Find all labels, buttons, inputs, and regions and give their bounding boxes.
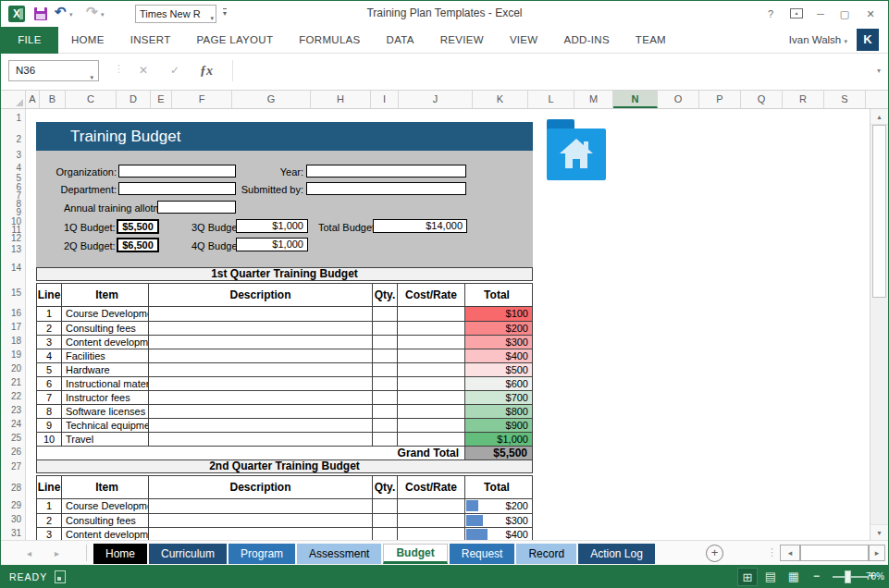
horizontal-scroll-thumb[interactable] [800,545,869,561]
cell-total[interactable]: $500 [464,363,532,376]
ribbon-tab-insert[interactable]: INSERT [117,27,184,54]
sheet-tab-assessment[interactable]: Assessment [297,544,381,564]
ribbon-tab-data[interactable]: DATA [374,27,427,54]
year-input[interactable] [306,165,466,178]
cell-qty[interactable] [372,377,397,390]
cell-cost-rate[interactable] [397,336,464,349]
row-header-4[interactable]: 4 [16,163,21,173]
cell-description[interactable] [148,336,372,349]
cell-total[interactable]: $1,000 [464,433,532,446]
q4-budget-input[interactable]: $1,000 [236,238,308,251]
cell-item[interactable]: Consulting fees [61,322,148,335]
close-button[interactable]: ✕ [860,6,881,21]
ribbon-display-options-icon[interactable]: ▴ [790,8,803,18]
row-header-24[interactable]: 24 [11,419,21,429]
view-page-layout-icon[interactable]: ▤ [760,568,781,586]
tab-nav-left-icon[interactable]: ◂ [27,548,31,558]
cell-cost-rate[interactable] [397,433,464,446]
cell-line[interactable]: 2 [37,514,61,527]
column-header-c[interactable]: C [66,91,117,108]
cell-description[interactable] [148,363,372,376]
column-header-j[interactable]: J [399,91,473,108]
formula-input[interactable] [232,60,862,81]
row-header-22[interactable]: 22 [11,391,21,401]
cell-qty[interactable] [372,433,397,446]
row-header-19[interactable]: 19 [11,349,21,360]
cell-line[interactable]: 1 [37,307,61,321]
cell-description[interactable] [148,405,372,418]
row-header-13[interactable]: 13 [11,244,21,254]
ribbon-tab-review[interactable]: REVIEW [427,27,497,54]
column-header-p[interactable]: P [699,91,741,108]
cell-cost-rate[interactable] [397,377,464,390]
row-header-20[interactable]: 20 [11,363,21,374]
cell-item[interactable]: Consulting fees [61,514,148,527]
hscroll-left-icon[interactable]: ◂ [780,545,800,561]
cell-line[interactable]: 7 [37,391,61,404]
cell-qty[interactable] [372,499,397,513]
row-header-31[interactable]: 31 [11,528,21,538]
cell-qty[interactable] [372,391,397,404]
row-header-21[interactable]: 21 [11,377,21,387]
cell-item[interactable]: Facilities [61,349,148,362]
submitted-by-input[interactable] [306,182,466,195]
cell-cost-rate[interactable] [397,514,464,527]
cell-qty[interactable] [372,419,397,432]
cell-qty[interactable] [372,514,397,527]
ribbon-tab-file[interactable]: FILE [1,27,58,54]
font-name-combo[interactable]: Times New R ▾ [135,5,216,23]
cell-qty[interactable] [372,363,397,376]
row-header-18[interactable]: 18 [11,336,21,346]
save-icon[interactable] [34,7,47,20]
avatar[interactable]: K [857,29,879,51]
cell-item[interactable]: Course Development [61,307,148,321]
ribbon-tab-page-layout[interactable]: PAGE LAYOUT [183,27,286,54]
column-header-s[interactable]: S [824,91,866,108]
name-box-arrow-icon[interactable]: ▾ [90,67,93,87]
cell-total[interactable]: $300 [464,336,532,349]
column-header-f[interactable]: F [172,91,232,108]
cell-qty[interactable] [372,336,397,349]
cell-description[interactable] [148,499,372,513]
row-header-28[interactable]: 28 [11,483,21,493]
sheet-tab-action-log[interactable]: Action Log [578,544,655,564]
zoom-out-icon[interactable]: − [813,570,820,582]
row-header-17[interactable]: 17 [11,322,21,332]
row-header-12[interactable]: 12 [11,233,21,243]
cell-cost-rate[interactable] [397,499,464,513]
column-header-m[interactable]: M [574,91,613,108]
cell-description[interactable] [148,391,372,404]
scroll-down-icon[interactable]: ▼ [870,524,888,540]
cell-cost-rate[interactable] [397,405,464,418]
cell-line[interactable]: 8 [37,405,61,418]
vertical-scrollbar[interactable]: ▲ ▼ [870,109,888,540]
cell-cost-rate[interactable] [397,528,464,540]
cell-description[interactable] [148,349,372,362]
cell-line[interactable]: 5 [37,363,61,376]
add-sheet-button[interactable]: + [706,545,723,562]
row-header-1[interactable]: 1 [16,113,21,123]
row-header-23[interactable]: 23 [11,405,21,415]
cell-description[interactable] [148,377,372,390]
cell-total[interactable]: $800 [464,405,532,418]
cell-total[interactable]: $100 [464,307,532,321]
cancel-icon[interactable]: ✕ [130,60,156,81]
cell-total[interactable]: $200 [464,322,532,335]
cell-line[interactable]: 3 [37,528,61,540]
cell-line[interactable]: 9 [37,419,61,432]
column-header-r[interactable]: R [783,91,824,108]
cell-qty[interactable] [372,322,397,335]
row-header-15[interactable]: 15 [11,288,21,298]
maximize-button[interactable]: ▢ [834,6,855,21]
scroll-up-icon[interactable]: ▲ [870,109,888,125]
cell-description[interactable] [148,322,372,335]
font-combo-arrow-icon[interactable]: ▾ [210,10,214,27]
cell-item[interactable]: Software licenses [61,405,148,418]
cell-description[interactable] [148,528,372,540]
cell-qty[interactable] [372,307,397,321]
column-header-g[interactable]: G [232,91,311,108]
cell-line[interactable]: 10 [37,433,61,446]
cell-qty[interactable] [372,405,397,418]
cell-item[interactable]: Travel [61,433,148,446]
macro-record-icon[interactable] [55,570,66,583]
